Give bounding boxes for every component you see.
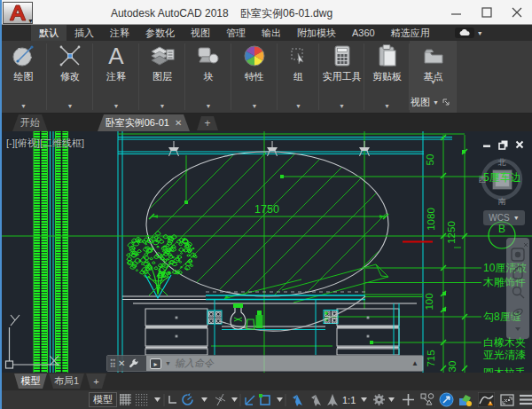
window-left-border [0,0,2,409]
status-plus-icon[interactable] [399,392,418,407]
command-drag-handle[interactable]: ●●●●●● ✕ [107,356,146,371]
panel-flyout-caret-icon[interactable]: ▼ [47,103,93,109]
ribbon-panel-label: 剪贴板 [372,71,402,83]
draw-icon [11,43,37,69]
panel-flyout-caret-icon[interactable]: ▼ [93,103,139,109]
layout-tab-model[interactable]: 模型 [14,374,47,389]
ribbon-panel-props[interactable]: 特性▼ [231,41,278,113]
minimize-button[interactable] [442,0,472,25]
ribbon-view-panel-title[interactable]: 视图▼ [411,92,457,112]
ribbon-tab-insert[interactable]: 插入 [66,25,102,41]
dim-50: 50 [425,154,435,166]
ribbon-panel-label: 绘图 [14,71,34,83]
command-customize-icon[interactable] [129,358,139,369]
command-input[interactable]: ▸ ▼ 输入命令 ▲ [146,356,423,371]
command-placeholder: 输入命令 [175,357,214,370]
ribbon-panel-draw[interactable]: 绘图▼ [0,41,47,113]
command-grip-icon[interactable]: ●●●●●● [110,358,116,367]
ribbon-panel-utils[interactable]: 实用工具▼ [319,41,364,113]
command-line-bar[interactable]: ●●●●●● ✕ ▸ ▼ 输入命令 ▲ [106,355,424,372]
panel-launcher-icon[interactable] [442,98,450,106]
panel-flyout-caret-icon[interactable]: ▼ [231,103,278,109]
scale-caret-icon[interactable] [358,392,370,407]
quick-properties-icon[interactable] [418,392,437,407]
ribbon-panel-label: 组 [293,71,303,83]
layout-tab-layout1[interactable]: 布局1 [49,374,84,389]
dim-30: 30 [447,361,458,373]
workspace-caret-icon[interactable] [386,392,397,407]
ribbon-tab-output[interactable]: 输出 [254,25,289,41]
annotation-scale-icon[interactable] [324,392,341,407]
cloud-icon [455,28,474,38]
polar-tracking-icon[interactable] [178,392,197,407]
wcs-dropdown[interactable]: WCS▼ [483,210,525,225]
file-tab-new-button[interactable]: + [197,116,218,130]
ribbon-panel-annotate[interactable]: A注释▼ [93,41,139,113]
command-close-icon[interactable]: ✕ [118,358,125,368]
annotation-round-handle: 圆木拉手 [483,366,526,373]
panel-flyout-caret-icon[interactable]: ▼ [139,103,185,109]
ribbon-tab-manage[interactable]: 管理 [218,25,254,41]
clip-icon [374,43,401,69]
panel-flyout-caret-icon[interactable]: ▼ [319,103,364,109]
dim-715: 715 [426,350,436,366]
status-bar: 模型 1:1 [0,390,532,409]
autoscale-icon[interactable] [306,392,325,407]
file-tab-document[interactable]: 卧室实例06-01✕ [98,114,190,131]
panel-flyout-caret-icon[interactable]: ▼ [278,103,319,109]
view-panel-caret-icon: ▼ [433,99,439,106]
performance-monitor-icon[interactable] [475,392,497,407]
cad-drawing: 17505010801250100715305厘车边10厘清玻木雕饰件勾8厘缝白… [0,131,532,373]
ribbon-display-toggle[interactable]: ▼ [447,25,491,41]
panel-flyout-caret-icon[interactable]: ▼ [364,103,410,109]
panel-flyout-caret-icon[interactable]: ▼ [0,103,47,109]
isolate-objects-icon[interactable] [456,392,476,407]
ribbon-tab-featured-apps[interactable]: 精选应用 [383,25,438,41]
polar-caret-icon[interactable] [199,392,210,407]
autocad-window: ▼ Autodesk AutoCAD 2018 卧室实例06-01.dwg 默认… [0,0,532,409]
command-history-icon[interactable]: ▲ [411,359,423,367]
ribbon-panel-label: 图层 [153,71,172,83]
customization-menu-icon[interactable] [516,392,532,407]
ribbon-tab-addins[interactable]: 附加模块 [289,25,344,41]
ribbon-panel-group[interactable]: 组▼ [278,41,319,113]
doc-close-icon[interactable] [515,140,524,149]
doc-restore-icon[interactable] [498,140,508,150]
scale-label[interactable]: 1:1 [340,392,358,407]
dim-1080: 1080 [426,208,436,231]
maximize-button[interactable] [472,0,502,25]
isodraft-icon[interactable] [211,392,230,407]
ribbon-panel-label: 特性 [245,71,264,83]
snap-icon[interactable] [132,392,151,407]
modify-icon [57,43,83,69]
ribbon-tab-parametric[interactable]: 参数化 [137,25,183,41]
annotation-visibility-icon[interactable] [287,392,307,407]
block-icon [195,43,222,69]
drawing-area[interactable]: 17505010801250100715305厘车边10厘清玻木雕饰件勾8厘缝白… [0,131,532,373]
file-tab-start[interactable]: 开始 [12,114,48,131]
ribbon-tab-view[interactable]: 视图 [183,25,218,41]
doc-minimize-icon[interactable] [482,140,491,149]
object-snap-icon[interactable] [255,392,274,407]
document-window-buttons [482,140,524,150]
dim-1750: 1750 [254,203,279,216]
ribbon-panel-clip[interactable]: 剪贴板▼ [364,41,410,113]
viewport-controls[interactable]: [-][俯视][二维线框] [6,137,84,150]
clean-screen-icon[interactable] [497,392,517,407]
file-tab-bar: 开始 卧室实例06-01✕ + [0,114,532,131]
ribbon-panel-modify[interactable]: 修改▼ [47,41,93,113]
layout-tab-new-button[interactable]: + [86,374,106,389]
ribbon-tab-home[interactable]: 默认 [31,25,66,41]
annotation-matte-varnish: 亚光清漆 [483,349,526,361]
panel-flyout-caret-icon[interactable]: ▼ [185,103,231,109]
ribbon-tab-a360[interactable]: A360 [344,25,383,41]
file-tab-close-icon[interactable]: ✕ [175,118,182,128]
ribbon-panel-layers[interactable]: 图层▼ [139,41,185,113]
ribbon-tab-annotate[interactable]: 注释 [102,25,137,41]
hardware-acceleration-icon[interactable] [436,392,457,407]
close-button[interactable] [502,0,532,25]
ribbon-panel-block[interactable]: 块▼ [185,41,231,113]
ribbon-panel-label: 修改 [60,71,80,83]
command-caret-icon[interactable]: ▼ [165,360,171,366]
navigation-bar[interactable] [506,238,529,339]
